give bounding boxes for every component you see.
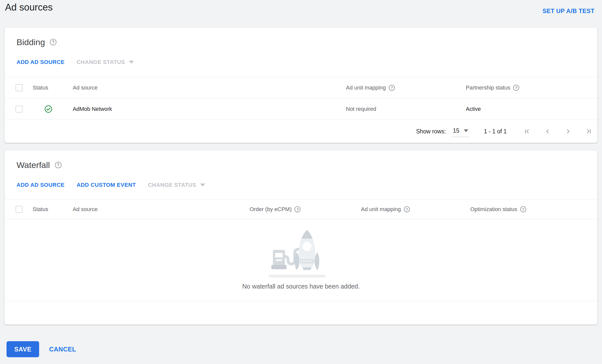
bidding-change-status-button[interactable]: CHANGE STATUS bbox=[77, 59, 134, 65]
partnership-status-help-icon[interactable]: ? bbox=[513, 85, 519, 91]
save-button[interactable]: SAVE bbox=[7, 341, 39, 357]
page-title: Ad sources bbox=[5, 2, 53, 13]
rows-per-page-select[interactable]: 15 bbox=[452, 126, 470, 137]
row-checkbox[interactable] bbox=[16, 106, 23, 113]
first-page-icon[interactable] bbox=[523, 128, 531, 135]
waterfall-add-custom-event-button[interactable]: ADD CUSTOM EVENT bbox=[77, 182, 136, 188]
waterfall-col-status: Status bbox=[33, 206, 48, 213]
previous-page-icon[interactable] bbox=[544, 128, 551, 135]
bidding-help-icon[interactable]: ? bbox=[50, 39, 56, 45]
ad-unit-mapping-help-icon[interactable]: ? bbox=[404, 206, 410, 212]
waterfall-empty-message: No waterfall ad sources have been added. bbox=[5, 283, 597, 290]
bidding-col-partnership-status: Partnership status bbox=[466, 84, 510, 91]
waterfall-change-status-button[interactable]: CHANGE STATUS bbox=[148, 182, 205, 188]
ad-unit-mapping-value: Not required bbox=[346, 106, 376, 112]
rocket-fuel-illustration bbox=[263, 225, 339, 281]
partnership-status-value: Active bbox=[466, 106, 481, 112]
last-page-icon[interactable] bbox=[585, 128, 592, 135]
bidding-table-header: Status Ad source Ad unit mapping ? Partn… bbox=[5, 77, 597, 98]
waterfall-change-status-label: CHANGE STATUS bbox=[148, 182, 196, 188]
ad-source-name: AdMob Network bbox=[73, 106, 112, 112]
pagination-range: 1 - 1 of 1 bbox=[484, 128, 507, 135]
footer-actions: SAVE CANCEL bbox=[0, 341, 602, 357]
order-ecpm-help-icon[interactable]: ? bbox=[294, 206, 300, 212]
chevron-down-icon bbox=[129, 61, 134, 64]
show-rows-label: Show rows: bbox=[416, 128, 446, 135]
chevron-down-icon bbox=[464, 129, 468, 132]
bidding-table-row: AdMob Network Not required Active bbox=[5, 98, 597, 120]
ad-unit-mapping-help-icon[interactable]: ? bbox=[389, 85, 395, 91]
optimization-status-help-icon[interactable]: ? bbox=[520, 206, 526, 212]
waterfall-card: Waterfall ? ADD AD SOURCE ADD CUSTOM EVE… bbox=[5, 150, 597, 325]
waterfall-empty-state: No waterfall ad sources have been added. bbox=[5, 219, 597, 301]
waterfall-table-header: Status Ad source Order (by eCPM) ? Ad un… bbox=[5, 199, 597, 219]
cancel-button[interactable]: CANCEL bbox=[49, 346, 76, 353]
rows-per-page-value: 15 bbox=[453, 127, 460, 134]
bidding-col-status: Status bbox=[33, 84, 48, 91]
set-up-ab-test-link[interactable]: SET UP A/B TEST bbox=[543, 8, 594, 15]
bidding-add-ad-source-button[interactable]: ADD AD SOURCE bbox=[17, 59, 64, 65]
waterfall-col-ad-source: Ad source bbox=[73, 206, 98, 213]
bidding-col-ad-source: Ad source bbox=[73, 84, 98, 91]
waterfall-help-icon[interactable]: ? bbox=[55, 162, 61, 168]
waterfall-select-all-checkbox[interactable] bbox=[16, 206, 23, 213]
bidding-change-status-label: CHANGE STATUS bbox=[77, 59, 125, 65]
waterfall-col-ad-unit-mapping: Ad unit mapping bbox=[361, 206, 401, 213]
waterfall-add-ad-source-button[interactable]: ADD AD SOURCE bbox=[17, 182, 64, 188]
waterfall-col-order: Order (by eCPM) bbox=[250, 206, 291, 213]
waterfall-section-title: Waterfall bbox=[17, 160, 50, 170]
bidding-select-all-checkbox[interactable] bbox=[16, 84, 23, 91]
waterfall-card-footer bbox=[5, 301, 597, 325]
bidding-pagination: Show rows: 15 1 - 1 of 1 bbox=[5, 120, 597, 143]
chevron-down-icon bbox=[200, 184, 205, 187]
bidding-card: Bidding ? ADD AD SOURCE CHANGE STATUS St… bbox=[5, 28, 597, 143]
bidding-col-ad-unit-mapping: Ad unit mapping bbox=[346, 84, 386, 91]
bidding-section-title: Bidding bbox=[17, 37, 45, 47]
page-header: Ad sources SET UP A/B TEST bbox=[0, 0, 602, 28]
waterfall-col-optimization-status: Optimization status bbox=[470, 206, 517, 213]
status-active-icon bbox=[44, 98, 53, 120]
next-page-icon[interactable] bbox=[564, 128, 572, 135]
